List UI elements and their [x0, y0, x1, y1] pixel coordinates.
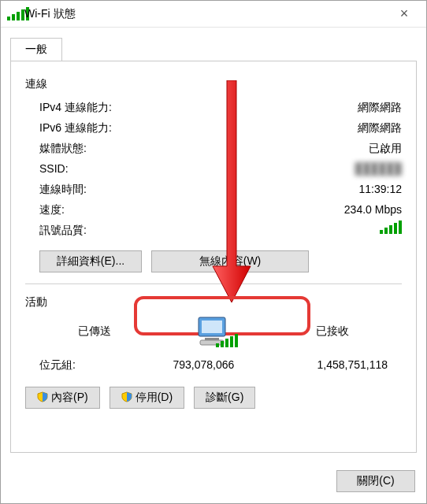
dialog-footer: 關閉(C) — [1, 462, 426, 503]
row-duration: 連線時間: 11:39:12 — [39, 180, 402, 198]
duration-label: 連線時間: — [39, 180, 150, 198]
sent-label: 已傳送 — [39, 324, 150, 339]
titlebar: Wi-Fi 狀態 × — [1, 1, 426, 28]
properties-button[interactable]: 內容(P) — [25, 387, 100, 409]
activity-header: 已傳送 — — 已接收 — [39, 316, 388, 347]
svg-rect-2 — [202, 321, 222, 333]
signal-value — [150, 220, 402, 239]
properties-button-label: 內容(P) — [51, 391, 88, 405]
speed-value: 234.0 Mbps — [150, 200, 402, 219]
signal-label: 訊號品質: — [39, 220, 150, 239]
row-ipv6: IPv6 連線能力: 網際網路 — [39, 118, 402, 137]
media-label: 媒體狀態: — [39, 139, 150, 158]
ipv4-value: 網際網路 — [150, 98, 402, 117]
divider — [25, 284, 402, 284]
media-value: 已啟用 — [150, 139, 402, 158]
disable-button[interactable]: 停用(D) — [110, 387, 184, 409]
dash-left: — — [162, 325, 173, 338]
row-signal: 訊號品質: — [39, 220, 402, 239]
dialog-body: 一般 連線 IPv4 連線能力: 網際網路 IPv6 連線能力: 網際網路 媒體… — [1, 28, 426, 462]
ipv6-value: 網際網路 — [150, 118, 402, 137]
bytes-sent-value: 793,078,066 — [108, 358, 234, 372]
activity-button-row: 內容(P) 停用(D) 診斷(G) — [25, 387, 402, 409]
row-speed: 速度: 234.0 Mbps — [39, 200, 402, 219]
wifi-icon — [7, 8, 20, 20]
close-button[interactable]: 關閉(C) — [336, 470, 415, 492]
speed-label: 速度: — [39, 200, 150, 219]
recv-label: 已接收 — [277, 324, 388, 339]
section-connection-title: 連線 — [25, 77, 402, 91]
window-title: Wi-Fi 狀態 — [24, 7, 388, 21]
bytes-label: 位元組: — [39, 358, 102, 372]
row-ssid: SSID: ██████ — [39, 159, 402, 178]
shield-icon — [121, 391, 132, 405]
row-media: 媒體狀態: 已啟用 — [39, 139, 402, 158]
diagnose-button[interactable]: 診斷(G) — [194, 387, 255, 409]
connection-button-row: 詳細資料(E)... 無線內容(W) — [39, 250, 402, 272]
tab-general[interactable]: 一般 — [10, 38, 62, 61]
duration-value: 11:39:12 — [150, 180, 402, 198]
network-pc-icon — [186, 316, 241, 347]
ssid-label: SSID: — [39, 159, 150, 178]
row-ipv4: IPv4 連線能力: 網際網路 — [39, 98, 402, 117]
mini-signal-icon — [216, 335, 238, 347]
bytes-recv-value: 1,458,751,118 — [262, 358, 388, 372]
ipv6-label: IPv6 連線能力: — [39, 118, 150, 137]
ipv4-label: IPv4 連線能力: — [39, 98, 150, 117]
tabstrip: 一般 — [10, 37, 417, 61]
activity-bytes-row: 位元組: 793,078,066 1,458,751,118 — [39, 358, 388, 372]
section-activity-title: 活動 — [25, 295, 402, 309]
shield-icon — [37, 391, 48, 405]
ssid-value: ██████ — [150, 159, 402, 178]
details-button[interactable]: 詳細資料(E)... — [39, 250, 142, 272]
signal-bars-icon — [380, 221, 402, 234]
dash-right: — — [254, 325, 265, 338]
tab-panel: 連線 IPv4 連線能力: 網際網路 IPv6 連線能力: 網際網路 媒體狀態:… — [10, 61, 417, 453]
disable-button-label: 停用(D) — [136, 391, 173, 405]
wireless-properties-button[interactable]: 無線內容(W) — [151, 250, 309, 272]
close-icon[interactable]: × — [388, 6, 420, 22]
